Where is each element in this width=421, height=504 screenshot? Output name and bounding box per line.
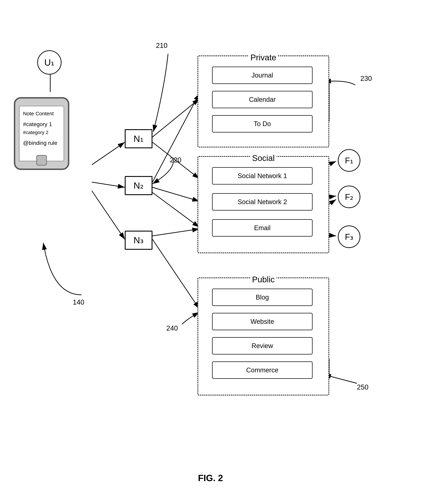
user-circle: U₁	[37, 50, 62, 75]
ref-140: 140	[73, 298, 84, 306]
item-blog: Blog	[212, 288, 313, 306]
follower-f1: F₁	[338, 149, 360, 172]
item-todo: To Do	[212, 115, 313, 132]
item-website: Website	[212, 313, 313, 330]
social-group: Social Social Network 1 Social Network 2…	[198, 156, 329, 253]
svg-line-12	[152, 229, 199, 236]
follower-f3: F₃	[338, 225, 360, 248]
private-group: Private Journal Calendar To Do	[198, 55, 329, 147]
figure-label: FIG. 2	[198, 473, 223, 483]
svg-line-9	[152, 187, 199, 201]
public-group: Public Blog Website Review Commerce	[198, 277, 329, 396]
ref-250: 250	[357, 383, 368, 391]
diagram: U₁ Note Content #category 1 #category 2 …	[0, 0, 421, 504]
item-journal: Journal	[212, 66, 313, 84]
item-sn2-label: Social Network 2	[238, 198, 287, 206]
f2-label: F₂	[345, 192, 353, 202]
item-blog-label: Blog	[256, 294, 269, 301]
item-commerce: Commerce	[212, 361, 313, 379]
f1-label: F₁	[345, 156, 353, 165]
svg-line-4	[92, 182, 125, 187]
phone-home-button	[36, 155, 47, 165]
phone-screen: Note Content #category 1 #category 2 @bi…	[19, 106, 64, 161]
note-category1: #category 1	[23, 120, 60, 129]
item-email: Email	[212, 219, 313, 237]
item-calendar: Calendar	[212, 91, 313, 108]
item-email-label: Email	[254, 224, 270, 232]
svg-line-8	[152, 94, 199, 182]
item-review-label: Review	[251, 342, 273, 350]
svg-line-5	[92, 191, 125, 239]
ref-240: 240	[166, 324, 178, 332]
item-review: Review	[212, 337, 313, 354]
node-n2: N₂	[125, 176, 152, 195]
svg-line-11	[152, 239, 199, 309]
ref-210: 210	[156, 42, 168, 49]
social-group-title: Social	[250, 153, 276, 163]
private-group-title: Private	[249, 53, 278, 62]
node-n2-label: N₂	[134, 180, 144, 191]
item-calendar-label: Calendar	[249, 96, 276, 103]
node-n1-label: N₁	[134, 133, 144, 144]
svg-line-10	[152, 192, 199, 227]
item-website-label: Website	[251, 318, 274, 325]
item-journal-label: Journal	[251, 72, 273, 79]
note-content-line1: Note Content	[23, 109, 60, 118]
ref-230: 230	[360, 75, 372, 82]
svg-line-6	[152, 99, 199, 137]
node-n3-label: N₃	[134, 235, 144, 246]
item-commerce-label: Commerce	[246, 366, 278, 374]
item-social-network-2: Social Network 2	[212, 193, 313, 210]
svg-line-3	[92, 142, 125, 165]
public-group-title: Public	[250, 275, 276, 284]
node-n1: N₁	[125, 129, 152, 148]
node-n3: N₃	[125, 231, 152, 250]
note-category2: #category 2	[23, 129, 60, 137]
item-todo-label: To Do	[254, 120, 271, 128]
ref-220: 220	[170, 156, 181, 164]
f3-label: F₃	[345, 232, 353, 242]
follower-f2: F₂	[338, 186, 360, 208]
phone-device: Note Content #category 1 #category 2 @bi…	[14, 97, 69, 170]
note-binding: @binding rule	[23, 138, 60, 147]
user-label: U₁	[44, 57, 55, 68]
item-sn1-label: Social Network 1	[238, 172, 287, 180]
item-social-network-1: Social Network 1	[212, 167, 313, 185]
